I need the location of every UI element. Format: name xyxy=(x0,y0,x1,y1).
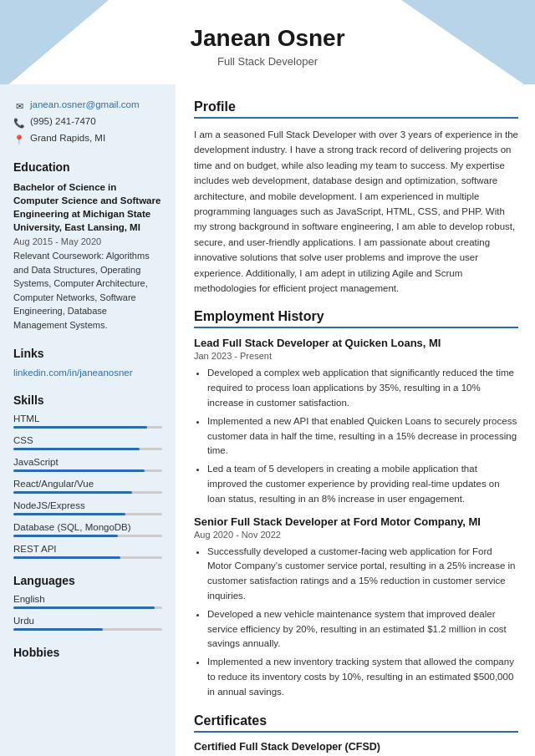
skill-bar-fill xyxy=(13,469,145,472)
skill-bar-fill xyxy=(13,513,125,515)
languages-section: Languages English Urdu xyxy=(13,574,162,631)
skill-bar-bg xyxy=(13,535,162,537)
main-content: Profile I am a seasoned Full Stack Devel… xyxy=(176,84,535,756)
employment-section-title: Employment History xyxy=(194,309,518,328)
header: Janean Osner Full Stack Developer xyxy=(0,0,535,84)
skill-bar-fill xyxy=(13,491,132,494)
skill-bar-bg xyxy=(13,513,162,515)
skills-title: Skills xyxy=(13,393,162,407)
contact-section: ✉ janean.osner@gmail.com 📞 (995) 241-747… xyxy=(13,99,162,145)
education-date: Aug 2015 - May 2020 xyxy=(13,236,162,246)
coursework-label: Relevant Coursework: xyxy=(13,251,104,261)
skill-item: NodeJS/Express xyxy=(13,500,162,515)
skill-bar-fill xyxy=(13,535,118,537)
skill-bar-bg xyxy=(13,491,162,494)
hobbies-section: Hobbies xyxy=(13,646,162,659)
linkedin-link[interactable]: linkedin.com/in/janeanosner xyxy=(13,368,133,378)
coursework-text: Algorithms and Data Structures, Operatin… xyxy=(13,251,150,330)
certificates-section-title: Certificates xyxy=(194,713,518,733)
job-entry: Senior Full Stack Developer at Ford Moto… xyxy=(194,515,518,700)
links-title: Links xyxy=(13,347,162,360)
lang-bar-bg xyxy=(13,628,162,631)
education-section: Education Bachelor of Science in Compute… xyxy=(13,160,162,332)
email-icon: ✉ xyxy=(13,100,25,112)
hobbies-title: Hobbies xyxy=(13,646,162,659)
skill-name: NodeJS/Express xyxy=(13,500,162,510)
phone-text: (995) 241-7470 xyxy=(30,116,96,126)
candidate-name: Janean Osner xyxy=(17,25,518,52)
job-bullet: Implemented a new inventory tracking sys… xyxy=(207,655,518,699)
job-entry: Lead Full Stack Developer at Quicken Loa… xyxy=(194,337,518,506)
language-name: Urdu xyxy=(13,616,162,626)
cert-entry: Certified Full Stack Developer (CFSD) Ja… xyxy=(194,741,518,756)
contact-location-item: 📍 Grand Rapids, MI xyxy=(13,133,162,145)
skill-bar-bg xyxy=(13,426,162,429)
sidebar: ✉ janean.osner@gmail.com 📞 (995) 241-747… xyxy=(0,84,176,756)
job-date: Jan 2023 - Present xyxy=(194,351,518,361)
contact-email-item: ✉ janean.osner@gmail.com xyxy=(13,99,162,112)
skill-name: CSS xyxy=(13,435,162,445)
body-layout: ✉ janean.osner@gmail.com 📞 (995) 241-747… xyxy=(0,84,535,756)
skill-bar-bg xyxy=(13,469,162,472)
skills-section: Skills HTML CSS JavaScript React/Angular… xyxy=(13,393,162,559)
skill-name: React/Angular/Vue xyxy=(13,479,162,489)
lang-bar-bg xyxy=(13,606,162,609)
skill-item: JavaScript xyxy=(13,457,162,472)
job-bullet: Implemented a new API that enabled Quick… xyxy=(207,414,518,459)
skill-name: Database (SQL, MongoDB) xyxy=(13,522,162,532)
skill-bar-bg xyxy=(13,448,162,450)
job-bullet: Developed a new vehicle maintenance syst… xyxy=(207,607,518,652)
candidate-title: Full Stack Developer xyxy=(17,55,518,68)
skills-list: HTML CSS JavaScript React/Angular/Vue No… xyxy=(13,414,162,559)
job-bullets: Successfully developed a customer-facing… xyxy=(194,545,518,700)
skill-bar-fill xyxy=(13,448,140,450)
job-bullets: Developed a complex web application that… xyxy=(194,366,518,506)
skill-item: REST API xyxy=(13,544,162,559)
job-bullet: Led a team of 5 developers in creating a… xyxy=(207,462,518,506)
skill-bar-bg xyxy=(13,556,162,559)
skill-item: React/Angular/Vue xyxy=(13,479,162,494)
language-item: English xyxy=(13,594,162,609)
job-bullet: Successfully developed a customer-facing… xyxy=(207,545,518,604)
job-bullet: Developed a complex web application that… xyxy=(207,366,518,410)
language-name: English xyxy=(13,594,162,604)
job-date: Aug 2020 - Nov 2022 xyxy=(194,530,518,540)
skill-item: HTML xyxy=(13,414,162,429)
skill-item: CSS xyxy=(13,435,162,450)
language-item: Urdu xyxy=(13,616,162,631)
location-icon: 📍 xyxy=(13,134,25,145)
education-coursework: Relevant Coursework: Algorithms and Data… xyxy=(13,249,162,332)
education-title: Education xyxy=(13,160,162,174)
education-degree: Bachelor of Science in Computer Science … xyxy=(13,180,162,234)
profile-text: I am a seasoned Full Stack Developer wit… xyxy=(194,127,518,296)
languages-list: English Urdu xyxy=(13,594,162,631)
languages-title: Languages xyxy=(13,574,162,587)
job-title: Lead Full Stack Developer at Quicken Loa… xyxy=(194,337,518,349)
jobs-list: Lead Full Stack Developer at Quicken Loa… xyxy=(194,337,518,699)
lang-bar-fill xyxy=(13,606,155,609)
links-section: Links linkedin.com/in/janeanosner xyxy=(13,347,162,378)
skill-name: JavaScript xyxy=(13,457,162,467)
skill-bar-fill xyxy=(13,426,147,429)
cert-name: Certified Full Stack Developer (CFSD) xyxy=(194,741,518,753)
contact-phone-item: 📞 (995) 241-7470 xyxy=(13,116,162,129)
email-link[interactable]: janean.osner@gmail.com xyxy=(30,99,140,109)
certs-list: Certified Full Stack Developer (CFSD) Ja… xyxy=(194,741,518,756)
location-text: Grand Rapids, MI xyxy=(30,133,105,143)
skill-item: Database (SQL, MongoDB) xyxy=(13,522,162,537)
skill-bar-fill xyxy=(13,556,120,559)
phone-icon: 📞 xyxy=(13,117,25,129)
skill-name: HTML xyxy=(13,414,162,424)
profile-section-title: Profile xyxy=(194,99,518,119)
job-title: Senior Full Stack Developer at Ford Moto… xyxy=(194,515,518,528)
lang-bar-fill xyxy=(13,628,103,631)
skill-name: REST API xyxy=(13,544,162,554)
